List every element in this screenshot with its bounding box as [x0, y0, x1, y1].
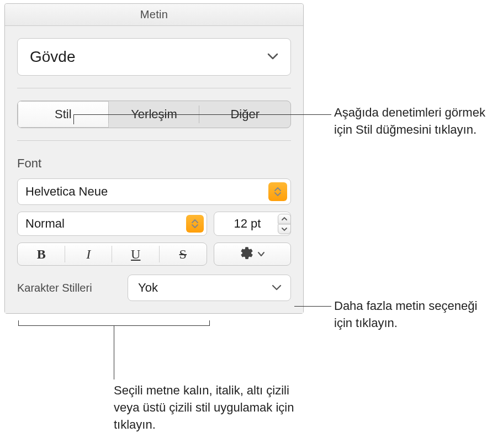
- divider: [17, 88, 291, 88]
- font-section-heading: Font: [17, 156, 291, 171]
- italic-glyph: I: [86, 247, 91, 262]
- character-styles-label: Karakter Stilleri: [17, 282, 120, 294]
- panel-body: Gövde Stil Yerleşim Diğer Font: [5, 26, 303, 313]
- chevron-down-icon: [267, 52, 278, 62]
- font-size-step-down[interactable]: [278, 224, 291, 234]
- divider: [17, 140, 291, 141]
- font-size-field[interactable]: 12 pt: [214, 212, 291, 236]
- italic-button[interactable]: I: [65, 243, 113, 265]
- advanced-options-button[interactable]: [214, 243, 291, 266]
- character-styles-select[interactable]: Yok: [128, 275, 291, 301]
- paragraph-style-select[interactable]: Gövde: [17, 38, 291, 76]
- callout-line: [294, 306, 331, 307]
- callout-style-tab: Aşağıda denetimleri görmek için Stil düğ…: [334, 104, 489, 139]
- bold-glyph: B: [37, 247, 46, 262]
- chevron-up-icon: [281, 217, 288, 221]
- font-family-select[interactable]: Helvetica Neue: [17, 178, 291, 205]
- callout-line: [73, 114, 331, 115]
- strikethrough-button[interactable]: S: [160, 243, 207, 265]
- font-family-label: Helvetica Neue: [25, 185, 108, 199]
- font-size-step-up[interactable]: [278, 214, 291, 224]
- text-format-panel: Metin Gövde Stil Yerleşim Diğer: [4, 3, 304, 314]
- underline-button[interactable]: U: [112, 243, 160, 265]
- tab-style-label: Stil: [55, 107, 72, 122]
- callout-line: [114, 326, 114, 380]
- font-weight-label: Normal: [25, 217, 65, 231]
- font-weight-select[interactable]: Normal: [17, 212, 207, 236]
- updown-arrows-icon: [268, 182, 287, 201]
- callout-gear: Daha fazla metin seçeneği için tıklayın.: [334, 298, 489, 332]
- character-styles-value: Yok: [138, 281, 158, 295]
- callout-bracket: [18, 320, 210, 326]
- updown-arrows-icon: [186, 215, 204, 233]
- callout-line: [73, 114, 74, 124]
- paragraph-style-label: Gövde: [30, 48, 76, 66]
- underline-glyph: U: [131, 247, 140, 262]
- chevron-down-icon: [281, 227, 288, 231]
- text-format-group: B I U S: [17, 243, 207, 266]
- font-size-value: 12 pt: [222, 217, 283, 231]
- panel-title: Metin: [140, 8, 168, 21]
- callout-biu: Seçili metne kalın, italik, altı çizili …: [114, 382, 296, 433]
- strike-glyph: S: [179, 247, 187, 262]
- chevron-down-icon: [257, 249, 265, 259]
- panel-header: Metin: [5, 4, 303, 26]
- chevron-down-icon: [272, 283, 282, 293]
- gear-icon: [240, 246, 254, 262]
- font-size-stepper: [276, 212, 293, 235]
- bold-button[interactable]: B: [18, 243, 65, 265]
